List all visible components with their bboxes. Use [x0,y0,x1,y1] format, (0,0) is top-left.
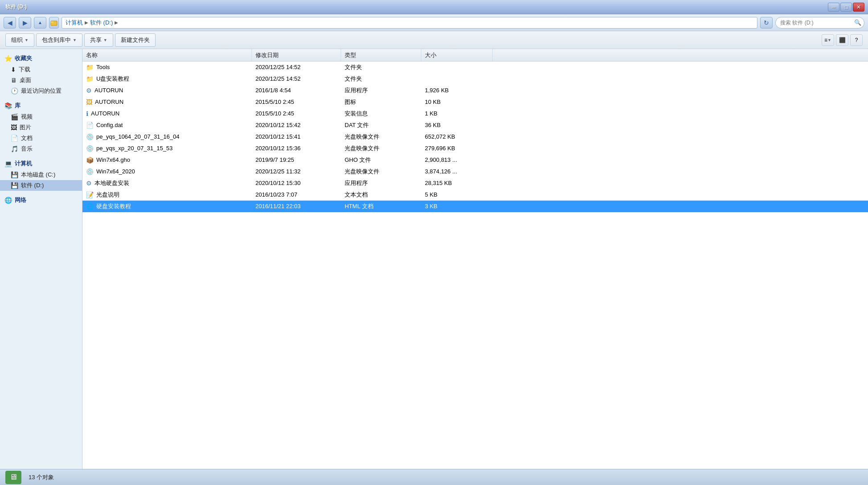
file-modified: 2020/10/12 15:36 [252,145,341,152]
minimize-button[interactable]: ─ [828,3,839,12]
sidebar-item-desktop[interactable]: 🖥 桌面 [0,75,82,86]
file-size: 1 KB [421,110,493,117]
col-header-name[interactable]: 名称 [82,49,252,61]
include-library-label: 包含到库中 [42,36,71,44]
file-size: 652,072 KB [421,133,493,140]
file-name-cell: ⚙ AUTORUN [82,87,252,94]
file-size: 1,926 KB [421,87,493,94]
file-icon: 🌐 [86,203,94,210]
file-type: 安装信息 [341,110,421,118]
maximize-button[interactable]: □ [840,3,852,12]
file-size: 36 KB [421,122,493,128]
table-row[interactable]: 💿 pe_yqs_xp_20_07_31_15_53 2020/10/12 15… [82,143,868,154]
file-name: AUTORUN [91,110,119,117]
breadcrumb-bar[interactable]: 计算机 ▶ 软件 (D:) ▶ [62,17,757,29]
table-row[interactable]: 💿 Win7x64_2020 2020/12/25 11:32 光盘映像文件 3… [82,166,868,177]
sidebar-item-recent-label: 最近访问的位置 [21,87,62,95]
file-name-cell: 📁 Tools [82,64,252,71]
sidebar-item-downloads[interactable]: ⬇ 下载 [0,64,82,75]
sidebar-section-network: 🌐 网络 [0,194,82,206]
file-modified: 2020/10/12 15:42 [252,122,341,128]
sidebar-item-documents[interactable]: 📄 文档 [0,133,82,144]
table-row[interactable]: 🖼 AUTORUN 2015/5/10 2:45 图标 10 KB [82,96,868,108]
table-row[interactable]: 📝 光盘说明 2016/10/23 7:07 文本文档 5 KB [82,189,868,201]
sidebar-section-computer: 💻 计算机 💾 本地磁盘 (C:) 💾 软件 (D:) [0,158,82,191]
file-type: 应用程序 [341,86,421,95]
organize-button[interactable]: 组织 ▼ [5,33,34,47]
col-header-type[interactable]: 类型 [341,49,421,61]
file-list: 📁 Tools 2020/12/25 14:52 文件夹 📁 U盘安装教程 20… [82,62,868,469]
file-name: AUTORUN [95,87,123,94]
sidebar-section-computer-header[interactable]: 💻 计算机 [0,158,82,169]
organize-label: 组织 [11,36,23,44]
table-row[interactable]: ⚙ 本地硬盘安装 2020/10/12 15:30 应用程序 28,315 KB [82,177,868,189]
file-size: 2,900,813 ... [421,156,493,163]
library-label: 库 [15,102,21,110]
file-type: DAT 文件 [341,121,421,129]
favorites-icon: ⭐ [4,55,12,62]
table-row[interactable]: 📁 U盘安装教程 2020/12/25 14:52 文件夹 [82,73,868,85]
table-row[interactable]: 📦 Win7x64.gho 2019/9/7 19:25 GHO 文件 2,90… [82,154,868,166]
breadcrumb-computer[interactable]: 计算机 [66,19,83,27]
sidebar-item-recent[interactable]: 🕐 最近访问的位置 [0,86,82,96]
file-icon: 📄 [86,122,94,129]
col-header-size[interactable]: 大小 [421,49,493,61]
up-button[interactable]: ▲ [34,17,46,29]
close-button[interactable]: ✕ [853,3,864,12]
share-dropdown-arrow: ▼ [103,38,107,42]
file-modified: 2015/5/10 2:45 [252,110,341,117]
file-name-cell: ⚙ 本地硬盘安装 [82,179,252,187]
view-options-icon: ≡ [824,37,827,43]
file-size: 3 KB [421,203,493,210]
sidebar-section-favorites-header[interactable]: ⭐ 收藏夹 [0,53,82,64]
documents-icon: 📄 [11,135,18,142]
file-icon: 📦 [86,156,94,164]
forward-button[interactable]: ▶ [19,17,31,29]
toolbar-right: ≡ ▼ ⬛ ? [822,34,863,46]
sidebar-item-video[interactable]: 🎬 视频 [0,111,82,122]
search-input[interactable] [775,17,864,29]
help-button[interactable]: ? [850,34,863,46]
table-row[interactable]: 📄 Config.dat 2020/10/12 15:42 DAT 文件 36 … [82,119,868,131]
sidebar-item-pictures[interactable]: 🖼 图片 [0,122,82,133]
file-modified: 2020/10/12 15:30 [252,180,341,186]
organize-dropdown-arrow: ▼ [25,38,29,42]
file-name-cell: 📁 U盘安装教程 [82,75,252,83]
search-icon[interactable]: 🔍 [854,19,862,27]
table-row[interactable]: ⚙ AUTORUN 2016/1/8 4:54 应用程序 1,926 KB [82,85,868,96]
sidebar-section-library-header[interactable]: 📚 库 [0,100,82,111]
file-name: Win7x64_2020 [96,168,135,175]
file-type: 图标 [341,98,421,106]
sidebar-item-c-drive[interactable]: 💾 本地磁盘 (C:) [0,169,82,180]
main-layout: ⭐ 收藏夹 ⬇ 下载 🖥 桌面 🕐 最近访问的位置 📚 库 � [0,49,868,469]
address-bar: ◀ ▶ ▲ 计算机 ▶ 软件 (D:) ▶ ↻ 🔍 [0,14,868,31]
status-bar: 🖥 13 个对象 [0,469,868,485]
file-name-cell: 💿 pe_yqs_xp_20_07_31_15_53 [82,145,252,152]
col-header-modified[interactable]: 修改日期 [252,49,341,61]
file-name-cell: 📦 Win7x64.gho [82,156,252,164]
share-label: 共享 [90,36,102,44]
table-row[interactable]: 📁 Tools 2020/12/25 14:52 文件夹 [82,62,868,73]
view-options-button[interactable]: ≡ ▼ [822,34,834,46]
back-button[interactable]: ◀ [4,17,16,29]
breadcrumb-drive[interactable]: 软件 (D:) [90,19,113,27]
new-folder-button[interactable]: 新建文件夹 [115,33,156,47]
file-icon: 📝 [86,191,94,198]
include-library-button[interactable]: 包含到库中 ▼ [36,33,82,47]
table-row[interactable]: 💿 pe_yqs_1064_20_07_31_16_04 2020/10/12 … [82,131,868,143]
file-modified: 2016/1/8 4:54 [252,87,341,94]
table-row[interactable]: ℹ AUTORUN 2015/5/10 2:45 安装信息 1 KB [82,108,868,119]
file-name-cell: 🖼 AUTORUN [82,99,252,106]
table-row[interactable]: 🌐 硬盘安装教程 2016/11/21 22:03 HTML 文档 3 KB [82,201,868,212]
file-icon: ℹ [86,110,88,117]
network-icon: 🌐 [4,197,12,204]
file-modified: 2016/10/23 7:07 [252,191,341,198]
refresh-button[interactable]: ↻ [760,17,773,29]
preview-pane-button[interactable]: ⬛ [836,34,848,46]
sidebar-item-music[interactable]: 🎵 音乐 [0,144,82,154]
file-modified: 2020/12/25 14:52 [252,64,341,70]
file-name: 本地硬盘安装 [95,179,129,187]
share-button[interactable]: 共享 ▼ [84,33,113,47]
sidebar-section-network-header[interactable]: 🌐 网络 [0,194,82,206]
sidebar-item-d-drive[interactable]: 💾 软件 (D:) [0,180,82,191]
